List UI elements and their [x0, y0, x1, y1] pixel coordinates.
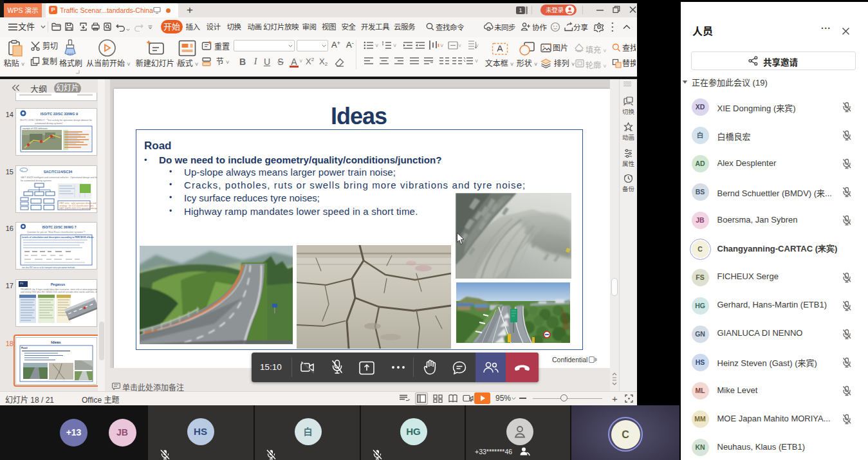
svg-text:Ideas: Ideas — [51, 340, 61, 344]
svg-text:SAC/TC114/SC34: SAC/TC114/SC34 — [44, 170, 73, 174]
svg-text:ISO/TC 22/SC 33/WG 9: ISO/TC 22/SC 33/WG 9 — [41, 112, 78, 116]
svg-text:Question for you on "How React: Question for you on "How React classific… — [27, 231, 85, 234]
svg-text:v: v — [21, 169, 23, 172]
svg-text:Pegasus: Pegasus — [51, 282, 66, 286]
svg-text:Road: Road — [21, 347, 28, 349]
svg-text:automated driving systems": automated driving systems" — [35, 122, 64, 125]
svg-text:GB/T 40429 Intelligent and con: GB/T 40429 Intelligent and connected veh… — [21, 176, 97, 179]
svg-text:see also ISO xxx xx xx for tra: see also ISO xxx xx xx for transport noi… — [22, 266, 75, 269]
svg-text:ISO/TC 22/SC 33/WG 9 : "Test a: ISO/TC 22/SC 33/WG 9 : "Test activity fo… — [20, 119, 93, 122]
svg-text:ISO/TC 22/SC 36/WG 7: ISO/TC 22/SC 36/WG 7 — [42, 225, 76, 229]
svg-text:Levels of stimulation and desc: Levels of stimulation and descriptors ac… — [22, 236, 93, 239]
svg-text:example of ODD definitions: example of ODD definitions — [23, 127, 48, 130]
svg-text:and strong ODD plus ISO 34504: and strong ODD plus ISO 34504 ODD and wi… — [21, 291, 97, 293]
svg-text:for automated driving systems: for automated driving systems — [21, 179, 51, 182]
svg-text:PG: PG — [20, 282, 23, 285]
svg-text:GB/T 40429-2021 ICV operating: GB/T 40429-2021 ICV operating design — [59, 207, 97, 210]
